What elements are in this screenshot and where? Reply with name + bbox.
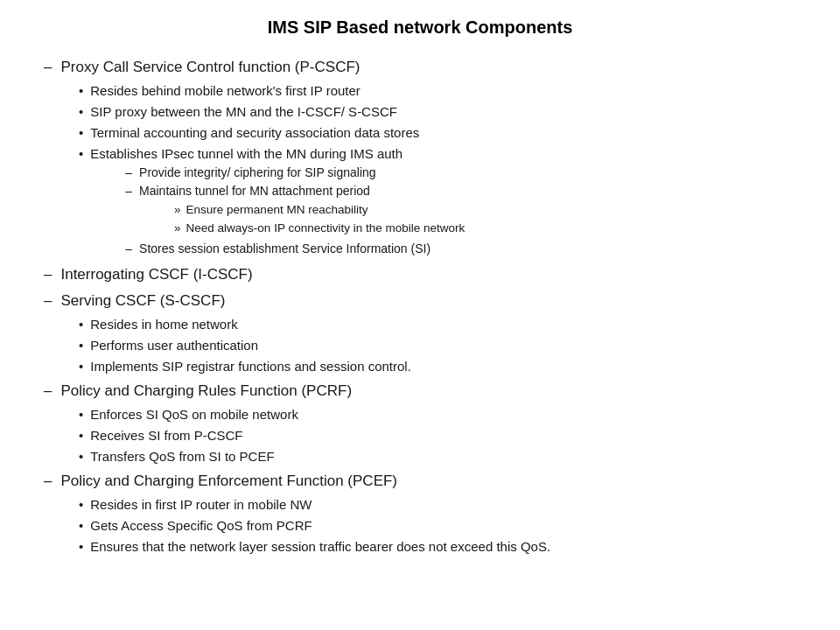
nested-sub-container: Maintains tunnel for MN attachment perio… xyxy=(139,183,465,238)
sub-dash-icon: – xyxy=(125,241,132,258)
bullet-text: Enforces SI QoS on mobile network xyxy=(90,405,298,424)
bullet-text: Transfers QoS from SI to PCEF xyxy=(90,447,274,466)
bullet-icon: • xyxy=(79,405,83,424)
level3-list: – Provide integrity/ ciphering for SIP s… xyxy=(90,164,465,258)
dash-icon: – xyxy=(44,264,52,285)
bullet-text: Establishes IPsec tunnel with the MN dur… xyxy=(90,146,402,161)
dash-item-icscf: – Interrogating CSCF (I-CSCF) xyxy=(35,264,805,285)
pcrf-bullets: • Enforces SI QoS on mobile network • Re… xyxy=(35,405,805,466)
bullet-icon: • xyxy=(79,102,83,121)
pcscf-bullets: • Resides behind mobile network's first … xyxy=(35,81,805,260)
bullet-text: Terminal accounting and security associa… xyxy=(90,123,419,142)
pcef-bullets: • Resides in first IP router in mobile N… xyxy=(35,495,805,556)
list-item: • Implements SIP registrar functions and… xyxy=(79,357,805,375)
sub-dash-icon: – xyxy=(125,183,132,200)
bullet-icon: • xyxy=(79,123,83,142)
bullet-icon: • xyxy=(79,336,83,354)
list-item: • Resides in first IP router in mobile N… xyxy=(79,495,805,514)
list-item: – Provide integrity/ ciphering for SIP s… xyxy=(125,164,465,182)
list-item: – Serving CSCF (S-CSCF) • Resides in hom… xyxy=(35,290,805,375)
bullet-icon: • xyxy=(79,81,83,100)
list-item: • Performs user authentication xyxy=(79,336,805,354)
scscf-label: Serving CSCF (S-CSCF) xyxy=(60,290,225,312)
list-item: – Policy and Charging Enforcement Functi… xyxy=(35,471,805,556)
dash-icon: – xyxy=(44,290,52,312)
list-item: • Ensures that the network layer session… xyxy=(79,537,805,556)
list-item: » Need always-on IP connectivity in the … xyxy=(174,220,465,237)
bullet-text: Resides in first IP router in mobile NW xyxy=(90,495,312,514)
dash-icon: – xyxy=(44,471,52,492)
list-item: – Proxy Call Service Control function (P… xyxy=(35,57,805,259)
list-item: • Terminal accounting and security assoc… xyxy=(79,123,805,142)
dash-item-scscf: – Serving CSCF (S-CSCF) xyxy=(35,290,805,312)
icscf-label: Interrogating CSCF (I-CSCF) xyxy=(60,264,252,285)
bullet-icon: • xyxy=(79,447,83,466)
list-item: – Interrogating CSCF (I-CSCF) xyxy=(35,264,805,285)
bullet-text: Implements SIP registrar functions and s… xyxy=(90,357,411,375)
sub-item-text: Stores session establishment Service Inf… xyxy=(139,241,430,258)
raquo-icon: » xyxy=(174,220,181,237)
bullet-text: Performs user authentication xyxy=(90,336,258,354)
dash-item-pcscf: – Proxy Call Service Control function (P… xyxy=(35,57,805,78)
list-item: • Transfers QoS from SI to PCEF xyxy=(79,447,805,466)
scscf-bullets: • Resides in home network • Performs use… xyxy=(35,315,805,375)
bullet-icon: • xyxy=(79,516,83,535)
bullet-icon: • xyxy=(79,495,83,514)
list-item: • Establishes IPsec tunnel with the MN d… xyxy=(79,144,805,260)
dash-icon: – xyxy=(44,381,52,402)
nested-bullet-container: Establishes IPsec tunnel with the MN dur… xyxy=(90,144,465,260)
list-item: – Maintains tunnel for MN attachment per… xyxy=(125,183,465,238)
bullet-icon: • xyxy=(79,315,83,333)
bullet-text: Receives SI from P-CSCF xyxy=(90,426,242,444)
bullet-text: SIP proxy between the MN and the I-CSCF/… xyxy=(90,102,397,121)
bullet-text: Gets Access Specific QoS from PCRF xyxy=(90,516,312,535)
dash-item-pcef: – Policy and Charging Enforcement Functi… xyxy=(35,471,805,492)
bullet-icon: • xyxy=(79,357,83,375)
list-item: » Ensure permanent MN reachability xyxy=(174,202,465,219)
level4-text: Ensure permanent MN reachability xyxy=(186,202,368,219)
bullet-text: Resides in home network xyxy=(90,315,237,333)
main-list: – Proxy Call Service Control function (P… xyxy=(35,57,805,556)
list-item: • SIP proxy between the MN and the I-CSC… xyxy=(79,102,805,121)
pcrf-label: Policy and Charging Rules Function (PCRF… xyxy=(60,381,352,402)
page: IMS SIP Based network Components – Proxy… xyxy=(0,0,840,630)
bullet-text: Ensures that the network layer session t… xyxy=(90,537,550,556)
list-item: • Resides behind mobile network's first … xyxy=(79,81,805,100)
sub-item-text: Maintains tunnel for MN attachment perio… xyxy=(139,184,370,198)
bullet-icon: • xyxy=(79,537,83,556)
pcef-label: Policy and Charging Enforcement Function… xyxy=(60,471,397,492)
dash-item-pcrf: – Policy and Charging Rules Function (PC… xyxy=(35,381,805,402)
list-item: – Stores session establishment Service I… xyxy=(125,241,465,258)
content-area: – Proxy Call Service Control function (P… xyxy=(35,57,805,612)
list-item: • Enforces SI QoS on mobile network xyxy=(79,405,805,424)
list-item: • Gets Access Specific QoS from PCRF xyxy=(79,516,805,535)
raquo-icon: » xyxy=(174,202,181,219)
pcscf-label: Proxy Call Service Control function (P-C… xyxy=(60,57,360,78)
bullet-icon: • xyxy=(79,144,83,163)
page-title: IMS SIP Based network Components xyxy=(35,18,805,38)
sub-dash-icon: – xyxy=(125,164,132,182)
list-item: • Receives SI from P-CSCF xyxy=(79,426,805,444)
list-item: – Policy and Charging Rules Function (PC… xyxy=(35,381,805,466)
bullet-text: Resides behind mobile network's first IP… xyxy=(90,81,360,100)
level4-text: Need always-on IP connectivity in the mo… xyxy=(186,220,466,237)
dash-icon: – xyxy=(44,57,52,78)
bullet-icon: • xyxy=(79,426,83,444)
level4-list: » Ensure permanent MN reachability » Nee… xyxy=(139,202,465,237)
list-item: • Resides in home network xyxy=(79,315,805,333)
sub-item-text: Provide integrity/ ciphering for SIP sig… xyxy=(139,164,376,182)
